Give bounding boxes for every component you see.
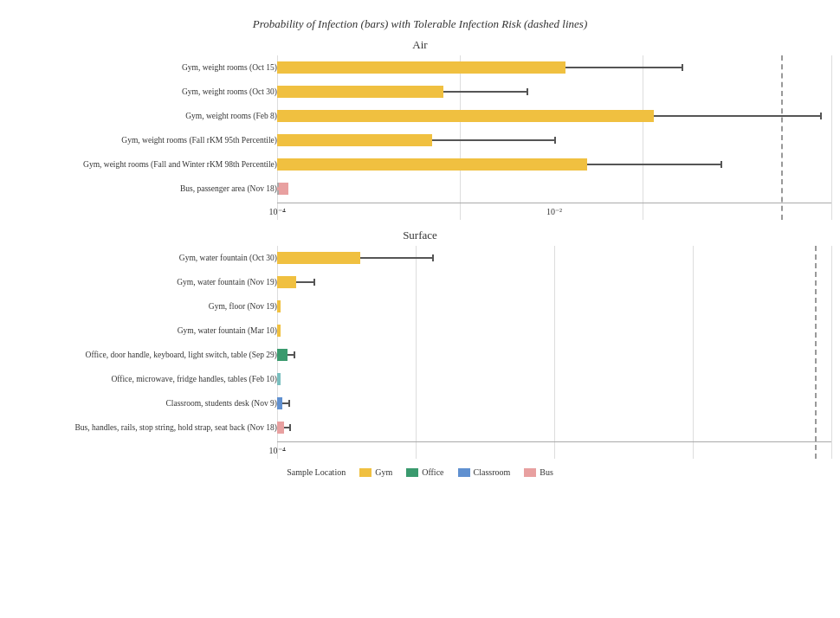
surf-bar-4	[277, 349, 288, 361]
air-row-label-4: Gym, weight rooms (Fall and Winter rKM 9…	[9, 160, 277, 169]
legend-item-bus: Bus	[524, 467, 553, 477]
legend-label-office: Office	[422, 467, 443, 477]
surf-bar-0	[277, 252, 360, 264]
legend-item-classroom: Classroom	[458, 467, 511, 477]
surf-bar-3	[277, 325, 281, 337]
air-bar-1	[277, 86, 443, 98]
air-row-label-1: Gym, weight rooms (Oct 30)	[9, 87, 277, 96]
air-xaxis-label-mid: 10⁻²	[546, 207, 562, 216]
surf-row-label-0: Gym, water fountain (Oct 30)	[9, 254, 277, 262]
surf-row-label-6: Classroom, students desk (Nov 9)	[9, 399, 277, 408]
legend-box-office	[406, 468, 418, 477]
surf-row-label-3: Gym, water fountain (Mar 10)	[9, 326, 277, 335]
legend-item-gym: Gym	[359, 467, 392, 477]
legend-label-gym: Gym	[375, 467, 392, 477]
surf-row-label-5: Office, microwave, fridge handles, table…	[9, 375, 277, 383]
surf-row-label-1: Gym, water fountain (Nov 19)	[9, 278, 277, 286]
surf-row-label-2: Gym, floor (Nov 19)	[9, 302, 277, 311]
air-bar-0	[277, 61, 565, 74]
legend: Sample Location Gym Office Classroom Bus	[9, 467, 831, 477]
main-title: Probability of Infection (bars) with Tol…	[9, 17, 831, 31]
legend-item-office: Office	[406, 467, 443, 477]
chart-container: Probability of Infection (bars) with Tol…	[0, 0, 840, 618]
surface-section-title: Surface	[9, 229, 831, 242]
surf-row-label-4: Office, door handle, keyboard, light swi…	[9, 351, 277, 359]
legend-box-gym	[359, 468, 372, 477]
air-bar-2	[277, 110, 654, 122]
air-section-title: Air	[9, 38, 831, 52]
air-row-label-0: Gym, weight rooms (Oct 15)	[9, 63, 277, 72]
surf-row-label-7: Bus, handles, rails, stop string, hold s…	[9, 423, 277, 432]
legend-label-classroom: Classroom	[474, 467, 511, 477]
air-bar-4	[277, 158, 587, 171]
air-row-label-3: Gym, weight rooms (Fall rKM 95th Percent…	[9, 136, 277, 145]
air-bar-3	[277, 134, 432, 146]
air-xaxis-label-start: 10⁻⁴	[269, 207, 286, 216]
surf-bar-5	[277, 373, 281, 385]
legend-box-bus	[524, 468, 536, 477]
air-error-0	[565, 67, 682, 68]
surf-bar-2	[277, 300, 281, 312]
surf-bar-7	[277, 422, 284, 434]
air-row-label-2: Gym, weight rooms (Feb 8)	[9, 112, 277, 120]
legend-label: Sample Location	[287, 467, 346, 477]
air-row-label-5: Bus, passenger area (Nov 18)	[9, 184, 277, 193]
legend-box-classroom	[458, 468, 470, 477]
surf-xaxis-label: 10⁻⁴	[269, 446, 286, 455]
surf-bar-1	[277, 276, 296, 288]
legend-label-bus: Bus	[540, 467, 553, 477]
